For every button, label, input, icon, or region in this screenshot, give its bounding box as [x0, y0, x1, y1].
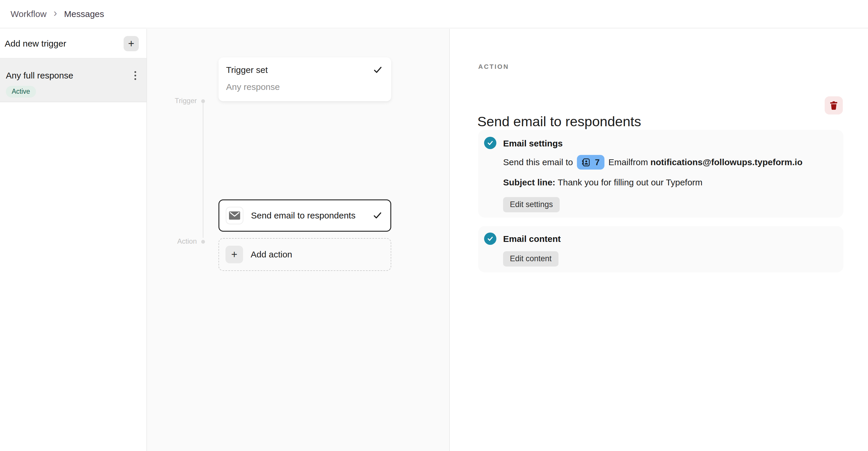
action-card-title: Send email to respondents	[251, 211, 365, 220]
send-to-row: Send this email to 7 Emailfrom notificat…	[503, 155, 802, 170]
subject-row: Subject line: Thank you for filling out …	[503, 178, 703, 187]
trigger-item-title: Any full response	[6, 70, 73, 81]
check-icon	[373, 65, 382, 75]
action-node-dot	[201, 240, 205, 244]
subject-value: Thank you for filling out our Typeform	[555, 178, 703, 187]
check-icon	[373, 211, 382, 220]
contact-card-icon	[582, 158, 591, 167]
workflow-canvas: Trigger Action Trigger set Any response …	[147, 29, 450, 451]
add-action-label: Add action	[251, 249, 292, 260]
action-node-label: Action	[159, 237, 197, 245]
edit-content-button[interactable]: Edit content	[503, 251, 558, 267]
add-action-button[interactable]: + Add action	[218, 238, 391, 271]
email-settings-title: Email settings	[503, 139, 563, 148]
email-settings-card: Email settings Send this email to 7 Emai…	[478, 130, 843, 218]
panel-title: Send email to respondents	[477, 113, 641, 129]
subject-label: Subject line:	[503, 178, 555, 187]
trigger-node-label: Trigger	[159, 97, 197, 105]
add-trigger-row: Add new trigger +	[0, 29, 147, 59]
recipient-chip[interactable]: 7	[577, 155, 604, 170]
send-prefix: Send this email to	[503, 157, 573, 167]
panel-kicker: ACTION	[478, 63, 509, 70]
add-trigger-label: Add new trigger	[5, 39, 66, 49]
trash-icon	[829, 101, 838, 111]
sidebar-item-any-full-response[interactable]: Any full response Active	[0, 59, 147, 102]
email-content-card: Email content Edit content	[478, 226, 843, 272]
trigger-item-menu-button[interactable]	[129, 69, 142, 82]
breadcrumb-workflow[interactable]: Workflow	[10, 9, 46, 19]
kebab-icon	[134, 71, 136, 73]
add-trigger-button[interactable]: +	[124, 36, 139, 51]
recipient-count: 7	[595, 157, 599, 167]
delete-action-button[interactable]	[825, 96, 843, 115]
send-middle: Emailfrom	[609, 157, 648, 167]
trigger-card-subtitle: Any response	[226, 82, 382, 92]
trigger-node-dot	[201, 99, 205, 103]
breadcrumb-separator-icon: ›	[54, 9, 57, 19]
plus-icon: +	[128, 37, 134, 50]
plus-icon: +	[225, 246, 243, 263]
edit-settings-button[interactable]: Edit settings	[503, 197, 560, 212]
status-badge: Active	[6, 86, 36, 97]
top-bar: Workflow › Messages	[0, 0, 868, 28]
connector-line	[203, 103, 204, 238]
trigger-set-card[interactable]: Trigger set Any response	[218, 57, 391, 101]
trigger-card-title: Trigger set	[226, 65, 268, 75]
email-content-title: Email content	[503, 234, 561, 244]
step-complete-icon	[484, 137, 496, 149]
send-from-address: notifications@followups.typeform.io	[650, 157, 802, 167]
step-complete-icon	[484, 233, 496, 245]
email-icon-box	[226, 207, 243, 224]
envelope-icon	[229, 211, 240, 220]
breadcrumb-messages[interactable]: Messages	[64, 9, 104, 19]
action-detail-panel: ACTION Send email to respondents Email s…	[450, 29, 868, 451]
trigger-sidebar: Add new trigger + Any full response Acti…	[0, 29, 147, 451]
send-email-action-card[interactable]: Send email to respondents	[218, 200, 391, 232]
